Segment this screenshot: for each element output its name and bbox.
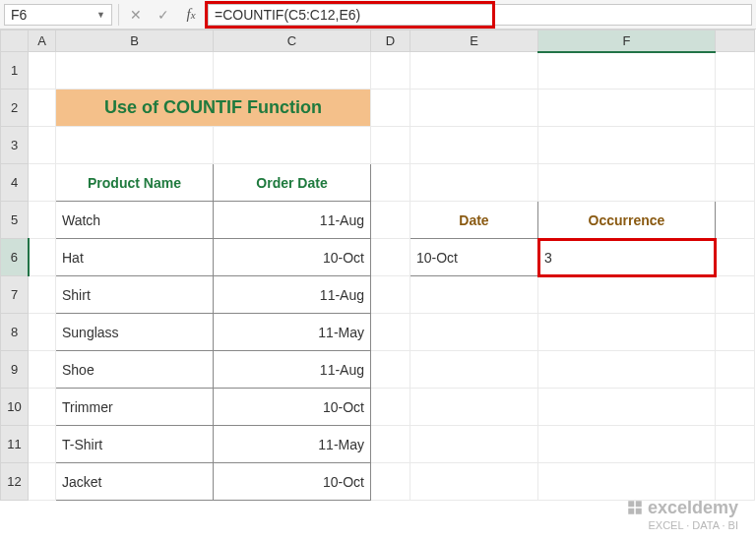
cell-D5[interactable] [371, 202, 410, 239]
col-header-D[interactable]: D [371, 30, 410, 52]
cell-E10[interactable] [410, 389, 538, 426]
cell-C10[interactable]: 10-Oct [214, 389, 371, 426]
cell-D4[interactable] [371, 164, 410, 202]
cell-A8[interactable] [29, 314, 56, 351]
cell-B11[interactable]: T-Shirt [56, 426, 214, 463]
cell-C9[interactable]: 11-Aug [214, 351, 371, 389]
cell-B6[interactable]: Hat [56, 239, 214, 276]
cell-B5[interactable]: Watch [56, 202, 214, 239]
cell-C11[interactable]: 11-May [214, 426, 371, 463]
row-header-4[interactable]: 4 [1, 164, 29, 202]
cell-F2[interactable] [538, 90, 716, 127]
row-header-1[interactable]: 1 [1, 52, 29, 90]
title-cell[interactable]: Use of COUNTIF Function [56, 90, 371, 127]
header-occurrence[interactable]: Occurrence [538, 202, 716, 239]
cell-B12[interactable]: Jacket [56, 463, 214, 501]
cell-A4[interactable] [29, 164, 56, 202]
cell-C1[interactable] [214, 52, 371, 90]
cell-F6[interactable]: 3 [538, 239, 716, 276]
col-header-A[interactable]: A [29, 30, 56, 52]
cell-G9[interactable] [716, 351, 755, 389]
cell-F11[interactable] [538, 426, 716, 463]
confirm-icon[interactable]: ✓ [153, 4, 174, 26]
cell-B3[interactable] [56, 127, 214, 164]
header-product-name[interactable]: Product Name [56, 164, 214, 202]
cell-G4[interactable] [716, 164, 755, 202]
col-header-F[interactable]: F [538, 30, 716, 52]
cell-F8[interactable] [538, 314, 716, 351]
cell-E7[interactable] [410, 276, 538, 314]
cell-G7[interactable] [716, 276, 755, 314]
cell-G2[interactable] [716, 90, 755, 127]
cell-A7[interactable] [29, 276, 56, 314]
header-date[interactable]: Date [410, 202, 538, 239]
cell-A10[interactable] [29, 389, 56, 426]
cell-C6[interactable]: 10-Oct [214, 239, 371, 276]
name-box[interactable]: F6 ▼ [4, 4, 112, 26]
cell-G6[interactable] [716, 239, 755, 276]
col-header-B[interactable]: B [56, 30, 214, 52]
cell-D12[interactable] [371, 463, 410, 501]
fx-icon[interactable]: fx [180, 4, 202, 26]
cell-D8[interactable] [371, 314, 410, 351]
row-header-11[interactable]: 11 [1, 426, 29, 463]
row-header-12[interactable]: 12 [1, 463, 29, 501]
cell-C12[interactable]: 10-Oct [214, 463, 371, 501]
row-header-2[interactable]: 2 [1, 90, 29, 127]
spreadsheet-grid[interactable]: A B C D E F 1 2 Use of COUNTIF Function … [0, 30, 756, 501]
cell-B9[interactable]: Shoe [56, 351, 214, 389]
row-header-7[interactable]: 7 [1, 276, 29, 314]
cell-F7[interactable] [538, 276, 716, 314]
cell-C3[interactable] [214, 127, 371, 164]
row-header-6[interactable]: 6 [1, 239, 29, 276]
cell-B10[interactable]: Trimmer [56, 389, 214, 426]
cell-G12[interactable] [716, 463, 755, 501]
cell-E4[interactable] [410, 164, 538, 202]
cell-B7[interactable]: Shirt [56, 276, 214, 314]
cell-E6[interactable]: 10-Oct [410, 239, 538, 276]
cell-F1[interactable] [538, 52, 716, 90]
cell-F4[interactable] [538, 164, 716, 202]
cell-D1[interactable] [371, 52, 410, 90]
header-order-date[interactable]: Order Date [214, 164, 371, 202]
cell-E12[interactable] [410, 463, 538, 501]
col-header-blank[interactable] [716, 30, 755, 52]
cell-A6[interactable] [29, 239, 56, 276]
cell-E8[interactable] [410, 314, 538, 351]
cell-D7[interactable] [371, 276, 410, 314]
col-header-E[interactable]: E [410, 30, 538, 52]
column-headers[interactable]: A B C D E F [1, 30, 755, 52]
row-header-8[interactable]: 8 [1, 314, 29, 351]
cell-G8[interactable] [716, 314, 755, 351]
cell-D6[interactable] [371, 239, 410, 276]
cell-D9[interactable] [371, 351, 410, 389]
cell-B1[interactable] [56, 52, 214, 90]
row-header-5[interactable]: 5 [1, 202, 29, 239]
cell-A1[interactable] [29, 52, 56, 90]
cell-E2[interactable] [410, 90, 538, 127]
cell-G3[interactable] [716, 127, 755, 164]
cell-E3[interactable] [410, 127, 538, 164]
row-header-9[interactable]: 9 [1, 351, 29, 389]
row-header-10[interactable]: 10 [1, 389, 29, 426]
cell-E1[interactable] [410, 52, 538, 90]
cell-A11[interactable] [29, 426, 56, 463]
cell-E11[interactable] [410, 426, 538, 463]
row-header-3[interactable]: 3 [1, 127, 29, 164]
cell-C5[interactable]: 11-Aug [214, 202, 371, 239]
cell-A3[interactable] [29, 127, 56, 164]
cell-D2[interactable] [371, 90, 410, 127]
cell-A5[interactable] [29, 202, 56, 239]
cell-C8[interactable]: 11-May [214, 314, 371, 351]
col-header-C[interactable]: C [214, 30, 371, 52]
cell-F9[interactable] [538, 351, 716, 389]
chevron-down-icon[interactable]: ▼ [96, 10, 105, 20]
formula-input[interactable]: =COUNTIF(C5:C12,E6) [208, 4, 752, 26]
cell-G1[interactable] [716, 52, 755, 90]
cell-G11[interactable] [716, 426, 755, 463]
cell-B8[interactable]: Sunglass [56, 314, 214, 351]
cell-F3[interactable] [538, 127, 716, 164]
cell-D11[interactable] [371, 426, 410, 463]
cell-D3[interactable] [371, 127, 410, 164]
cell-G5[interactable] [716, 202, 755, 239]
